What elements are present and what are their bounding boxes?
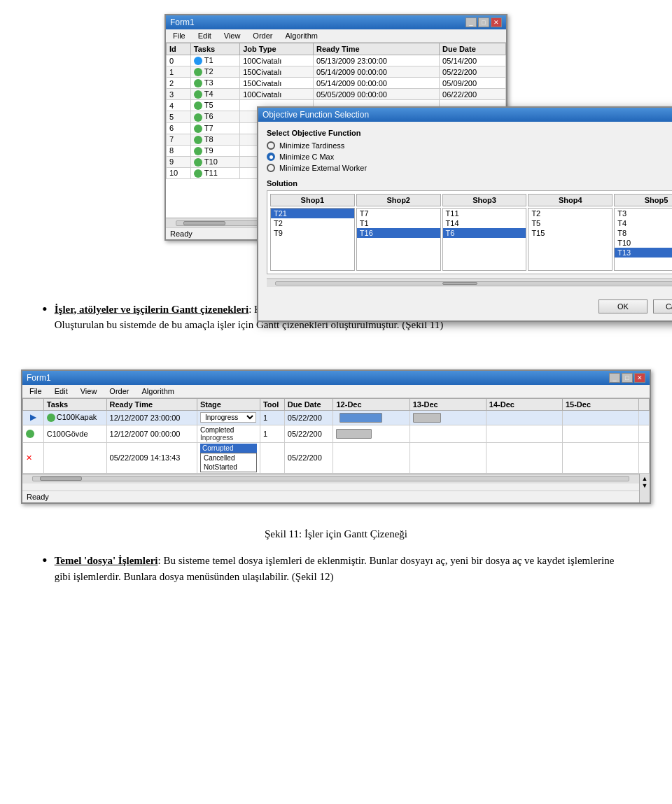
radio-external[interactable]: Minimize External Worker [267, 164, 672, 172]
gantt-vscrollbar[interactable]: ▲ ▼ [639, 474, 650, 491]
gcol-13dec: 13-Dec [410, 398, 486, 410]
shop5-item-t8[interactable]: T8 [615, 228, 672, 238]
row-id-2: 2 [167, 78, 191, 89]
shop5-list: T3 T4 T8 T10 T13 [614, 208, 672, 271]
shop2-item-t1[interactable]: T1 [357, 218, 440, 228]
gcol-tool: Tool [260, 398, 284, 410]
gantt-row-2[interactable]: C100Gövde 12/12/2007 00:00:00 Completed … [23, 425, 650, 442]
shop5-item-t3[interactable]: T3 [615, 209, 672, 218]
gcol-vscroll-header [639, 398, 650, 410]
vscroll-up-btn[interactable]: ▲ [642, 475, 648, 482]
gantt-task-row3 [43, 442, 106, 473]
gantt-tool-row3 [260, 442, 284, 473]
task-icon-govde [26, 430, 34, 438]
gantt-menu-order[interactable]: Order [106, 386, 132, 396]
row-id-7: 7 [167, 134, 191, 145]
shop1-item-t9[interactable]: T9 [271, 228, 354, 238]
gantt-maximize-btn[interactable]: □ [622, 373, 633, 383]
vscroll-down-btn[interactable]: ▼ [642, 482, 648, 489]
gantt-row-3[interactable]: ✕ 05/22/2009 14:13:43 Corrupted Cancelle… [23, 442, 650, 473]
gantt-bar-grey-kapak-13 [413, 413, 441, 423]
bullet2-dot: • [42, 551, 48, 570]
menu-file[interactable]: File [170, 31, 188, 41]
shop4-item-t5[interactable]: T5 [528, 218, 612, 228]
col-readytime: Ready Time [314, 43, 440, 55]
menu-view[interactable]: View [221, 31, 244, 41]
gantt-vscroll-r3 [639, 442, 650, 473]
dialog-scroll-thumb[interactable] [442, 282, 477, 285]
stage-opt-cancelled[interactable]: Cancelled [201, 453, 256, 463]
menu-order[interactable]: Order [250, 31, 275, 41]
task-icon-kapak [47, 414, 55, 422]
shop3-col: Shop3 T11 T14 T6 [442, 194, 527, 271]
radio-cmax-circle[interactable] [267, 153, 275, 161]
shop1-item-t2[interactable]: T2 [271, 218, 354, 228]
radio-tardiness[interactable]: Minimize Tardiness [267, 141, 672, 150]
shop3-item-t14[interactable]: T14 [443, 218, 526, 228]
col-tasks: Tasks [190, 43, 239, 55]
fig11-label: Şekil 11: İşler için Gantt Çizeneği [42, 526, 630, 542]
close-btn[interactable]: ✕ [491, 17, 502, 27]
row-task-2: T3 [190, 78, 239, 89]
stage-corrupted[interactable]: Corrupted [200, 444, 257, 453]
gantt-hscrollbar[interactable] [22, 474, 639, 484]
gantt-stage-govde[interactable]: Completed Inprogress [197, 425, 260, 442]
shop3-item-t11[interactable]: T11 [443, 209, 526, 218]
hscroll-thumb[interactable] [183, 221, 225, 225]
row-due-1: 05/22/200 [440, 66, 506, 78]
cancel-button[interactable]: Cancel [653, 299, 672, 313]
shop2-item-t7[interactable]: T7 [357, 209, 440, 218]
menu-edit[interactable]: Edit [195, 31, 214, 41]
gcol-readytime: Ready Time [106, 398, 197, 410]
gantt-menu-file[interactable]: File [27, 386, 45, 396]
stage-select-kapak[interactable]: Inprogress [200, 412, 256, 423]
menu-algorithm[interactable]: Algorithm [282, 31, 320, 41]
radio-tardiness-circle[interactable] [267, 141, 275, 150]
row-task-3: T4 [190, 89, 239, 100]
shop4-item-t15[interactable]: T15 [528, 228, 612, 238]
row-jobtype-1: 150Civatalı [240, 66, 314, 78]
gantt-bar-row3-15dec [562, 442, 638, 473]
row-task-7: T8 [190, 134, 239, 145]
gantt-due-kapak: 05/22/200 [284, 410, 333, 425]
bullet2-title: Temel 'dosya' İşlemleri [55, 555, 158, 566]
dialog-hscrollbar[interactable] [267, 278, 672, 287]
delete-icon-row3[interactable]: ✕ [26, 453, 32, 462]
col-jobtype: Job Type [240, 43, 314, 55]
doc-area-2: Şekil 11: İşler için Gantt Çizeneği • Te… [0, 518, 672, 596]
gantt-minimize-btn[interactable]: _ [609, 373, 620, 383]
gantt-stage-row3[interactable]: Corrupted Cancelled NotStarted [197, 442, 260, 473]
shop5-item-t13[interactable]: T13 [615, 248, 672, 258]
shop4-col: Shop4 T2 T5 T15 [528, 194, 612, 271]
stage-opt-notstarted[interactable]: NotStarted [201, 463, 256, 472]
ok-button[interactable]: OK [598, 299, 648, 313]
gantt-row-1[interactable]: ▶ C100Kapak 12/12/2007 23:00:00 Inprogre… [23, 410, 650, 425]
gantt-menu-view[interactable]: View [78, 386, 100, 396]
gantt-due-govde: 05/22/200 [284, 425, 333, 442]
radio-external-circle[interactable] [267, 164, 275, 172]
gantt-hscroll-thumb[interactable] [40, 477, 82, 481]
radio-cmax[interactable]: Minimize C Max [267, 153, 672, 161]
shop5-item-t4[interactable]: T4 [615, 218, 672, 228]
maximize-btn[interactable]: □ [478, 17, 489, 27]
row-jobtype-0: 100Civatalı [240, 55, 314, 66]
minimize-btn[interactable]: _ [465, 17, 477, 27]
gantt-ready-kapak: 12/12/2007 23:00:00 [106, 410, 197, 425]
shop5-item-t10[interactable]: T10 [615, 238, 672, 248]
gantt-task-govde: C100Gövde [43, 425, 106, 442]
gantt-title: Form1 [27, 373, 51, 383]
shop3-item-t6[interactable]: T6 [443, 228, 526, 238]
gantt-bottom2: Ready [22, 491, 650, 502]
gantt-menu-edit[interactable]: Edit [52, 386, 71, 396]
solution-label: Solution [267, 179, 672, 188]
gantt-stage-kapak[interactable]: Inprogress [197, 410, 260, 425]
shop4-item-t2[interactable]: T2 [528, 209, 612, 218]
gantt-menu-algorithm[interactable]: Algorithm [139, 386, 176, 396]
gantt-bar-govde [336, 429, 371, 439]
gcol-tasks [23, 398, 44, 410]
gantt-close-btn[interactable]: ✕ [634, 373, 645, 383]
gcol-12dec: 12-Dec [333, 398, 410, 410]
bullet1-dot: • [42, 300, 48, 318]
shop2-item-t16[interactable]: T16 [357, 228, 440, 238]
shop1-item-t21[interactable]: T21 [271, 209, 354, 218]
